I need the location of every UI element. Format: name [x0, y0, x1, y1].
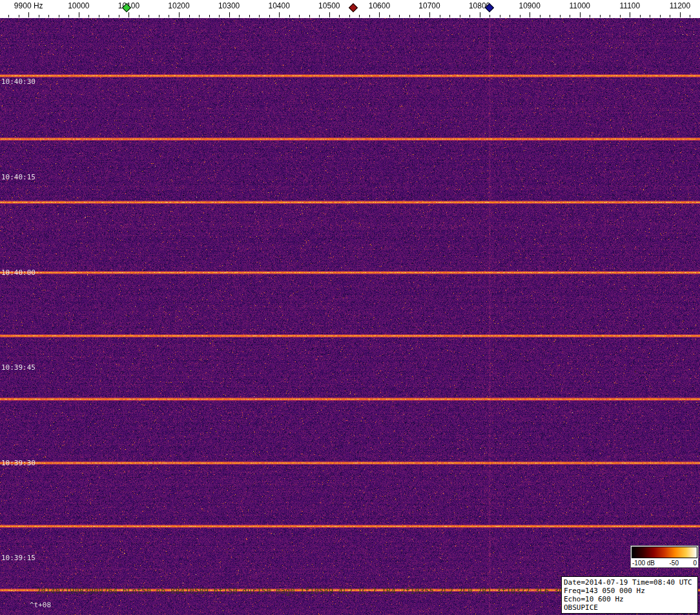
freq-tick-label: 11100 [620, 1, 641, 10]
freq-tick-label: 10000 [68, 1, 89, 10]
spectrogram-area: 10:40:3010:40:1510:40:0010:39:4510:39:30… [0, 18, 700, 615]
detection-text: 20140719083909764 hCnt50 nb 88410589 ht1… [36, 587, 588, 596]
freq-tick-label: 10400 [269, 1, 290, 10]
time-axis-label: 10:39:30 [1, 459, 36, 467]
colorbar: -100 dB -50 0 [630, 545, 699, 568]
freq-tick-label: 10500 [318, 1, 340, 10]
freq-tick-label: 10300 [218, 1, 240, 10]
colorbar-gradient [632, 547, 697, 558]
freq-tick-label: 11000 [570, 1, 590, 10]
time-axis-label: 10:39:15 [1, 554, 36, 562]
info-line-station: OBSUPICE [564, 603, 695, 612]
meteor-spectrogram-app: 9900 Hz100001010010200103001040010500106… [0, 0, 700, 615]
info-line-echo: Echo=10 600 Hz [564, 595, 695, 603]
freq-tick-label: 10200 [168, 1, 189, 10]
colorbar-label-min: -100 dB [632, 560, 655, 567]
info-line-date: Date=2014-07-19 Time=08:40 UTC [564, 578, 695, 587]
info-box: Date=2014-07-19 Time=08:40 UTC Freq=143 … [561, 576, 698, 614]
corner-label: ^t+08 [30, 601, 51, 609]
colorbar-label-mid: -50 [670, 560, 679, 567]
time-axis-label: 10:40:15 [1, 173, 36, 181]
time-axis-label: 10:39:45 [1, 363, 36, 372]
spectrogram-canvas [0, 18, 700, 615]
time-axis-label: 10:40:00 [1, 268, 36, 277]
info-line-freq: Freq=143 050 000 Hz [564, 587, 695, 595]
colorbar-labels: -100 dB -50 0 [632, 558, 697, 567]
freq-tick-label: 9900 Hz [14, 1, 43, 10]
freq-tick-label: 10700 [418, 1, 440, 10]
colorbar-label-max: 0 [693, 560, 697, 567]
time-axis-label: 10:40:30 [1, 77, 36, 86]
freq-tick-label: 11200 [670, 1, 690, 10]
freq-tick-label: 10900 [519, 1, 540, 10]
frequency-ruler: 9900 Hz100001010010200103001040010500106… [0, 0, 700, 18]
freq-tick-label: 10600 [369, 1, 390, 10]
